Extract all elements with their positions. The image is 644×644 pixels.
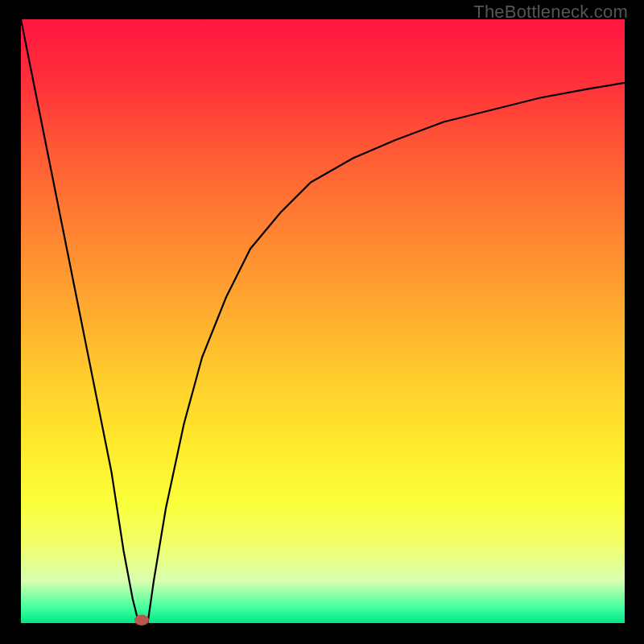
chart-svg bbox=[21, 19, 625, 623]
marker-current-point bbox=[134, 615, 149, 626]
curve-left-branch bbox=[21, 19, 138, 623]
plot-area bbox=[21, 19, 625, 623]
chart-frame: TheBottleneck.com bbox=[0, 0, 644, 644]
curve-right-branch bbox=[148, 83, 625, 623]
